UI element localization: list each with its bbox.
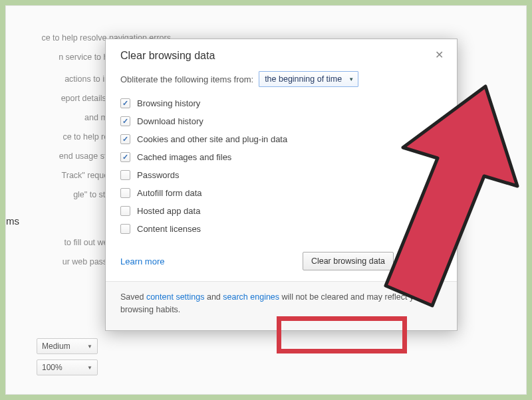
checkbox[interactable] (120, 152, 130, 162)
clear-item-row: Cookies and other site and plug-in data (120, 131, 442, 148)
learn-more-link[interactable]: Learn more (120, 256, 164, 266)
search-engines-link[interactable]: search engines (223, 292, 279, 302)
clear-item-label: Content licenses (137, 224, 201, 234)
clear-item-label: Autofill form data (137, 188, 202, 198)
dialog-footer-note: Saved content settings and search engine… (106, 281, 457, 330)
checkbox[interactable] (120, 224, 130, 234)
clear-item-row: Passwords (120, 167, 442, 183)
page-zoom-select[interactable]: 100%▼ (37, 359, 98, 375)
clear-item-label: Cookies and other site and plug-in data (137, 134, 287, 144)
content-settings-link[interactable]: content settings (146, 292, 205, 302)
clear-item-row: Browsing history (120, 95, 442, 112)
clear-item-row: Hosted app data (120, 203, 442, 219)
checkbox[interactable] (120, 134, 130, 144)
clear-item-row: Content licenses (120, 221, 442, 237)
clear-browsing-data-dialog: Clear browsing data ✕ Obliterate the fol… (105, 39, 458, 331)
clear-item-row: Cached images and files (120, 149, 442, 165)
time-range-select[interactable]: the beginning of time ▼ (259, 71, 358, 87)
checkbox[interactable] (120, 188, 130, 198)
close-icon[interactable]: ✕ (435, 50, 444, 60)
clear-item-label: Passwords (137, 170, 180, 180)
clear-item-label: Browsing history (137, 98, 200, 108)
chevron-down-icon: ▼ (348, 76, 354, 82)
checkbox[interactable] (120, 116, 130, 126)
clear-browsing-data-button[interactable]: Clear browsing data (303, 252, 394, 270)
checkbox[interactable] (120, 170, 130, 180)
clear-item-row: Autofill form data (120, 185, 442, 201)
chevron-down-icon: ▼ (87, 365, 92, 371)
clear-item-label: Hosted app data (137, 206, 200, 216)
clear-item-label: Download history (137, 116, 203, 126)
checkbox[interactable] (120, 98, 130, 108)
clear-item-label: Cached images and files (137, 152, 231, 162)
dialog-title: Clear browsing data (120, 50, 215, 62)
checkbox[interactable] (120, 206, 130, 216)
font-size-select[interactable]: Medium▼ (37, 338, 98, 354)
chevron-down-icon: ▼ (87, 344, 92, 350)
cancel-button[interactable]: Cancel (399, 252, 442, 270)
obliterate-label: Obliterate the following items from: (120, 74, 253, 84)
clear-item-row: Download history (120, 113, 442, 130)
